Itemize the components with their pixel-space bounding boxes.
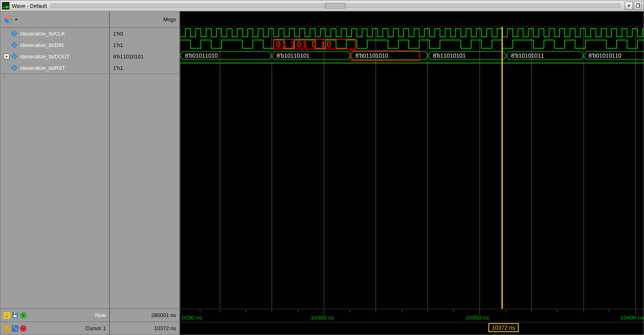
titlebar-dash — [325, 3, 345, 9]
svg-text:8'b10110101: 8'b10110101 — [277, 53, 310, 59]
signal-name: /deseralize_tb/CLK — [20, 31, 65, 37]
window-titlebar[interactable]: ▁▃ Wave - Default + ❐ — [0, 0, 644, 11]
signal-name: /deseralize_tb/RST — [20, 65, 65, 71]
unlock-icon[interactable]: 🔓 — [4, 325, 10, 332]
svg-marker-3 — [11, 31, 17, 36]
signal-value: 1'h0 — [113, 31, 123, 37]
waveform-svg[interactable]: 8'b010110108'b101101018'b011010108'b1101… — [180, 27, 644, 309]
expand-button[interactable]: + — [4, 54, 9, 59]
signal-diamond-icon — [11, 42, 18, 48]
waveform-column[interactable]: 8'b010110108'b101101018'b011010108'b1101… — [180, 11, 644, 335]
signal-value-list[interactable]: 1'h0 1'h1 8'b11010101 1'h1 — [110, 28, 179, 308]
collapse-indicator-icon[interactable]: ▹ — [0, 74, 109, 78]
signal-diamond-icon — [11, 53, 18, 60]
svg-text:10300 ns: 10300 ns — [310, 315, 334, 321]
titlebar-add-button[interactable]: + — [625, 2, 633, 10]
signal-values-column[interactable]: Msgs 1'h0 1'h1 8'b11010101 1'h1 280001 n… — [110, 11, 180, 335]
svg-text:8'b10101011: 8'b10101011 — [511, 53, 544, 59]
signal-name: /deseralize_tb/DIN — [20, 42, 64, 48]
signal-diamond-icon — [11, 65, 18, 71]
signal-row-din[interactable]: /deseralize_tb/DIN — [0, 39, 109, 51]
titlebar-grip[interactable] — [50, 4, 621, 8]
now-value-cell: 280001 ns — [110, 308, 179, 322]
now-label: Now — [95, 312, 106, 318]
now-row[interactable]: 🔒 💾 + Now — [0, 308, 109, 322]
add-icon[interactable]: + — [20, 312, 27, 319]
annotation-bits: 01 101 0 10 — [276, 40, 332, 50]
names-header[interactable]: ▾ — [0, 11, 109, 28]
signal-value: 1'h1 — [113, 65, 123, 71]
value-row-clk[interactable]: 1'h0 — [110, 28, 179, 39]
svg-text:10350 ns: 10350 ns — [466, 315, 489, 321]
svg-text:0250 ns: 0250 ns — [182, 315, 202, 321]
app-icon: ▁▃ — [2, 2, 9, 9]
signal-value: 1'h1 — [113, 42, 123, 48]
cursor-value: 10372 ns — [154, 325, 176, 331]
signal-names-column[interactable]: ▾ /deseralize_tb/CLK /deseralize_tb/DIN … — [0, 11, 110, 335]
wave-header — [180, 11, 644, 27]
svg-text:8'b01010110: 8'b01010110 — [588, 53, 622, 59]
cursor-value-cell: 10372 ns — [110, 322, 179, 335]
grid — [180, 27, 635, 309]
value-row-din[interactable]: 1'h1 — [110, 39, 179, 51]
signal-name: /deseralize_tb/DOUT — [20, 54, 69, 60]
ruler-ticks: 0250 ns 10300 ns 10350 ns 10400 ns — [180, 310, 644, 321]
value-row-rst[interactable]: 1'h1 — [110, 62, 179, 74]
disk-icon[interactable]: 💾 — [12, 312, 18, 319]
signal-value: 8'b11010101 — [113, 54, 144, 60]
main-panel: ▾ /deseralize_tb/CLK /deseralize_tb/DIN … — [0, 11, 644, 335]
remove-icon[interactable]: − — [20, 325, 27, 332]
msgs-label: Msgs — [163, 16, 176, 22]
wave-dout: 8'b010110108'b101101018'b011010108'b1101… — [180, 52, 644, 60]
signal-diamond-icon — [11, 30, 18, 37]
svg-text:10400 ns: 10400 ns — [620, 315, 644, 321]
layout-cube-icon[interactable] — [4, 15, 13, 24]
svg-text:8'b01011010: 8'b01011010 — [185, 53, 218, 59]
signal-row-rst[interactable]: /deseralize_tb/RST — [0, 62, 109, 74]
time-ruler[interactable]: 0250 ns 10300 ns 10350 ns 10400 ns — [180, 309, 644, 322]
cursor-row[interactable]: 🔓 🔧 − Cursor 1 — [0, 322, 109, 335]
wrench-icon[interactable]: 🔧 — [12, 325, 18, 332]
values-header: Msgs — [110, 11, 179, 28]
signal-row-clk[interactable]: /deseralize_tb/CLK — [0, 28, 109, 39]
cursor-ruler[interactable]: 10372 ns — [180, 322, 644, 335]
wave-clk — [180, 29, 644, 37]
signal-name-list[interactable]: /deseralize_tb/CLK /deseralize_tb/DIN + … — [0, 28, 109, 308]
lock-icon[interactable]: 🔒 — [4, 312, 10, 319]
chevron-down-icon[interactable]: ▾ — [15, 17, 17, 22]
value-row-dout[interactable]: 8'b11010101 — [110, 51, 179, 62]
signal-row-dout[interactable]: + /deseralize_tb/DOUT — [0, 51, 109, 62]
svg-text:8'b01101010: 8'b01101010 — [355, 53, 388, 59]
waveform-area[interactable]: 8'b010110108'b101101018'b011010108'b1101… — [180, 27, 644, 309]
cursor-label: Cursor 1 — [85, 325, 106, 331]
cursor-time-tag[interactable]: 10372 ns — [488, 323, 519, 332]
window-title: Wave - Default — [12, 3, 47, 9]
now-value: 280001 ns — [151, 312, 176, 318]
svg-marker-5 — [11, 54, 17, 59]
svg-marker-6 — [11, 65, 17, 71]
svg-marker-4 — [11, 42, 17, 48]
wave-din — [180, 40, 644, 49]
titlebar-maximize-button[interactable]: ❐ — [634, 2, 642, 10]
svg-text:8'b11010101: 8'b11010101 — [433, 53, 466, 59]
